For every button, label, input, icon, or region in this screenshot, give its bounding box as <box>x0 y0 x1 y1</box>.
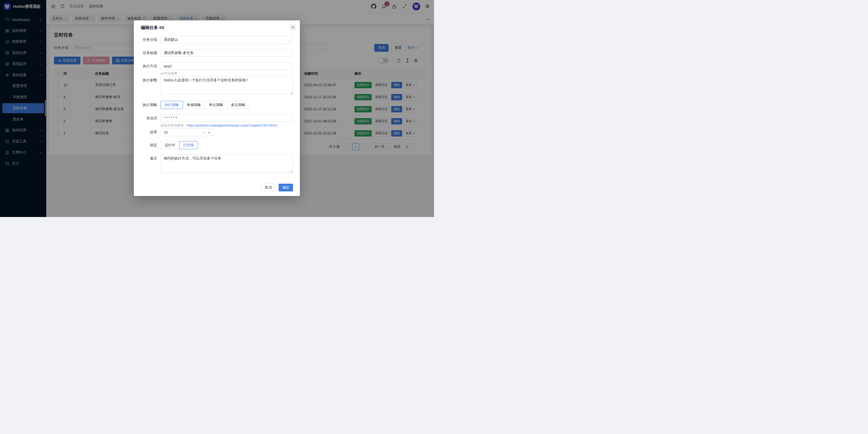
expression-doc-link[interactable]: https://goframe.org/pages/viewpage.actio… <box>187 123 277 127</box>
sort-label: 排序 <box>141 130 157 135</box>
modal-title: 编辑任务 #3 <box>141 25 293 30</box>
status-label: 状态 <box>141 143 157 148</box>
form-row-strategy: 执行策略 并行策略 单例策略 单次策略 多次策略 <box>141 101 293 109</box>
method-hint: go方法名称 <box>161 71 293 76</box>
group-label: 任务分组 <box>141 37 157 42</box>
modal-footer: 取消 确定 <box>141 184 293 192</box>
expression-hint-prefix: 表达式语法参考： <box>161 123 187 127</box>
form-row-method: 执行方法 <box>141 62 293 70</box>
modal-close-button[interactable]: × <box>290 24 296 30</box>
title-input[interactable] <box>161 49 293 57</box>
form-row-title: 任务标题 <box>141 49 293 57</box>
expression-input[interactable] <box>161 114 293 122</box>
cancel-button[interactable]: 取消 <box>261 184 275 192</box>
remark-label: 备注 <box>141 154 157 161</box>
method-label: 执行方法 <box>141 64 157 69</box>
minus-icon[interactable]: − <box>203 131 205 135</box>
status-running[interactable]: 运行中 <box>161 141 180 149</box>
group-select[interactable]: 系统默认 <box>161 36 293 44</box>
sort-stepper: 10 − + <box>161 128 213 136</box>
expression-label: 表达式 <box>141 116 157 121</box>
form-row-sort: 排序 10 − + <box>141 128 293 136</box>
form-row-remark: 备注 相同的执行方法，可以开启多个任务 <box>141 154 293 174</box>
status-group: 运行中 已结束 <box>161 141 198 149</box>
sort-value[interactable]: 10 <box>164 131 200 135</box>
form-row-expression: 表达式 <box>141 114 293 122</box>
status-finished[interactable]: 已结束 <box>179 141 198 149</box>
strategy-multiple[interactable]: 多次策略 <box>227 101 249 109</box>
strategy-label: 执行策略 <box>141 103 157 108</box>
plus-icon[interactable]: + <box>208 131 210 135</box>
params-label: 执行参数 <box>141 76 157 83</box>
remark-textarea[interactable]: 相同的执行方法，可以开启多个任务 <box>161 154 293 173</box>
group-value: 系统默认 <box>164 37 178 42</box>
strategy-singleton[interactable]: 单例策略 <box>183 101 205 109</box>
form-row-group: 任务分组 系统默认 <box>141 36 293 44</box>
method-input[interactable] <box>161 62 293 70</box>
expression-hint: 表达式语法参考：https://goframe.org/pages/viewpa… <box>161 123 293 127</box>
strategy-parallel[interactable]: 并行策略 <box>161 101 183 109</box>
strategy-once[interactable]: 单次策略 <box>205 101 227 109</box>
edit-task-modal: 编辑任务 #3 × 任务分组 系统默认 任务标题 执行方法 go方法名称 执行参… <box>134 21 300 196</box>
form-row-params: 执行参数 hotGo,3,这是同一个执行方法开多个定时任务的实例！ <box>141 76 293 95</box>
params-textarea[interactable]: hotGo,3,这是同一个执行方法开多个定时任务的实例！ <box>161 76 293 94</box>
cancel-label: 取消 <box>265 185 272 190</box>
chevron-down-icon <box>288 38 290 42</box>
title-label: 任务标题 <box>141 51 157 55</box>
confirm-label: 确定 <box>282 185 289 190</box>
strategy-group: 并行策略 单例策略 单次策略 多次策略 <box>161 101 293 109</box>
confirm-button[interactable]: 确定 <box>279 184 293 192</box>
form-row-status: 状态 运行中 已结束 <box>141 141 293 149</box>
